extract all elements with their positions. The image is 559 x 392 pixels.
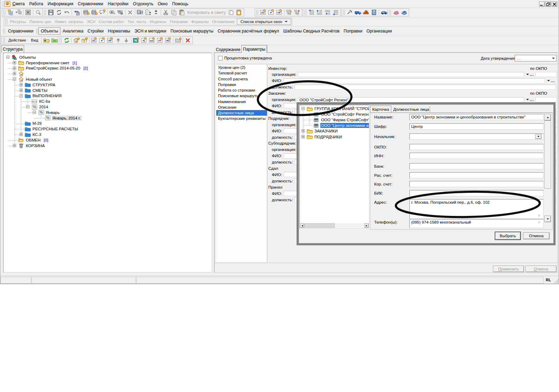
dialog-Шифр-field[interactable]: Центр bbox=[409, 123, 544, 130]
save-button[interactable] bbox=[47, 9, 55, 16]
param-category-10[interactable]: Бухгалтерские реквизиты bbox=[216, 116, 267, 121]
tree-expander-plus[interactable] bbox=[13, 72, 16, 75]
tree-item[interactable]: РЕСУРСНЫЕ РАСЧЕТЫ bbox=[25, 126, 79, 132]
tree-expander-plus[interactable] bbox=[20, 89, 23, 92]
folder-minus-button[interactable] bbox=[50, 37, 58, 44]
dialog-Банк-field[interactable] bbox=[409, 163, 544, 169]
print-gear-button[interactable] bbox=[82, 9, 90, 16]
toolbar-drag-handle[interactable] bbox=[44, 10, 46, 15]
m29-gear-button[interactable]: М29 bbox=[148, 37, 156, 44]
view-button-5[interactable]: Состав работ bbox=[97, 20, 126, 24]
dialog-Телефоны-field[interactable]: (095) 974-1589 многоканальный bbox=[409, 219, 544, 228]
tree-item[interactable]: ООО "Фирма СтройСофт" bbox=[313, 117, 369, 123]
ellipsis-button[interactable]: ... bbox=[530, 98, 534, 102]
module-tab-4[interactable]: Нормативы bbox=[106, 27, 132, 35]
clipboard-orange-button[interactable] bbox=[235, 9, 243, 16]
tab-parameters[interactable]: Параметры bbox=[241, 45, 267, 53]
param-category-6[interactable]: Поисковые маршруты bbox=[216, 93, 267, 99]
scrollbar-thumb[interactable] bbox=[544, 121, 551, 189]
menu-7[interactable]: Окно bbox=[155, 0, 170, 8]
param-category-1[interactable]: Уровни цен (2) bbox=[216, 65, 267, 70]
tree-expander-minus[interactable] bbox=[26, 105, 29, 108]
arrow-up-button[interactable] bbox=[114, 37, 122, 44]
tab-card[interactable]: Карточка bbox=[370, 106, 391, 113]
организация-field[interactable]: ООО "СтройСофт Регион" bbox=[298, 97, 524, 102]
toolbar-drag-handle[interactable] bbox=[305, 10, 306, 15]
approval-date-combo[interactable]: . . bbox=[515, 55, 557, 61]
tree-item[interactable] bbox=[18, 71, 27, 77]
module-tab-7[interactable]: Справочник расчётных формул bbox=[216, 27, 281, 35]
tree-item[interactable]: %Январь bbox=[38, 110, 60, 115]
tree-item[interactable]: КС-3 bbox=[25, 132, 42, 137]
tree-item[interactable]: Новый объект bbox=[18, 77, 53, 82]
tree-expander-plus[interactable] bbox=[13, 61, 16, 64]
ls-gear-button[interactable]: ЛС bbox=[259, 9, 267, 16]
tree-item[interactable]: ОБМЕН[0] bbox=[18, 137, 48, 143]
tree-expander-plus[interactable] bbox=[302, 129, 305, 132]
tree-insert-button[interactable] bbox=[14, 9, 22, 16]
approved-checkbox[interactable] bbox=[218, 56, 223, 60]
tree-expander-minus[interactable] bbox=[33, 111, 36, 114]
tree-item[interactable]: КС-6КС-6а bbox=[31, 99, 51, 104]
tree-structure-button[interactable] bbox=[6, 9, 14, 16]
tree-item[interactable]: СТРУКТУРА bbox=[25, 82, 56, 88]
tree-expander-plus[interactable] bbox=[20, 83, 23, 86]
tree-item[interactable]: %Январь, 2014 г. bbox=[45, 115, 82, 121]
view-button-6[interactable]: Тех. часть bbox=[126, 20, 148, 24]
horizontal-scrollbar[interactable] bbox=[300, 223, 369, 228]
param-category-5[interactable]: Работа со строками bbox=[216, 87, 267, 93]
vertical-scrollbar[interactable] bbox=[544, 114, 551, 222]
menu-8[interactable]: Помощь bbox=[170, 0, 190, 8]
undo-button[interactable] bbox=[63, 9, 71, 16]
minimize-button[interactable] bbox=[539, 1, 545, 7]
module-tab-1[interactable]: Объекты bbox=[38, 27, 61, 35]
tree-edit-button[interactable] bbox=[285, 9, 293, 16]
okpo-field[interactable] bbox=[535, 97, 557, 102]
scissors-button[interactable] bbox=[162, 9, 170, 16]
combo-dropdown-button[interactable] bbox=[535, 134, 542, 139]
hammer-button[interactable] bbox=[346, 9, 354, 16]
action-menu-1[interactable]: Действие bbox=[6, 38, 29, 42]
toolbar-drag-handle[interactable] bbox=[6, 19, 7, 24]
tree-item[interactable]: ГРУППА КОМПАНИЙ "СТРОЙ bbox=[307, 106, 369, 111]
refresh-button[interactable] bbox=[55, 9, 63, 16]
tab-contents[interactable]: Содержание bbox=[216, 46, 241, 52]
truck-button[interactable] bbox=[354, 9, 362, 16]
tree-expander-minus[interactable] bbox=[6, 56, 9, 59]
tree-item[interactable]: ООО "Центр экономики и ц bbox=[313, 123, 369, 128]
ellipsis-button[interactable]: ... bbox=[530, 73, 534, 77]
cancel-button[interactable]: Отмена bbox=[525, 266, 557, 272]
toolbar-drag-handle[interactable] bbox=[343, 10, 345, 15]
param-category-8[interactable]: Описание bbox=[216, 104, 267, 110]
r-gear-button[interactable]: Р bbox=[267, 9, 275, 16]
module-tab-6[interactable]: Поисковые маршруты bbox=[168, 27, 216, 35]
view-button-9[interactable]: Формулы bbox=[189, 20, 210, 24]
copy-button[interactable] bbox=[170, 9, 178, 16]
ФИО-field[interactable] bbox=[284, 78, 545, 84]
chevron-down-icon[interactable] bbox=[547, 80, 550, 81]
tree-item[interactable]: Переоформление смет[1] bbox=[18, 60, 77, 66]
percent-teal-button[interactable]: % bbox=[132, 37, 140, 44]
folder-up-button[interactable] bbox=[42, 37, 50, 44]
param-category-3[interactable]: Способ расчета bbox=[216, 76, 267, 82]
scroll-left-button[interactable] bbox=[300, 223, 304, 228]
paste-button[interactable] bbox=[178, 9, 186, 16]
view-button-2[interactable]: Панель цен bbox=[28, 20, 53, 24]
undo-box-button[interactable] bbox=[73, 9, 81, 16]
house-gear-button[interactable] bbox=[72, 37, 80, 44]
close-button[interactable] bbox=[552, 1, 557, 7]
excel-button[interactable] bbox=[24, 9, 32, 16]
select-button[interactable]: Выбрать bbox=[495, 232, 521, 240]
module-tab-3[interactable]: Стройки bbox=[86, 27, 106, 35]
module-tab-spravochniki[interactable]: Справочники bbox=[6, 27, 36, 35]
houses-gear-button[interactable] bbox=[80, 37, 88, 44]
menu-4[interactable]: Справочники bbox=[75, 0, 106, 8]
module-tab-5[interactable]: ЭСН и методики bbox=[132, 27, 168, 35]
dialog-БИК-field[interactable] bbox=[409, 190, 544, 196]
ls-gear-button[interactable]: ЛС bbox=[90, 37, 98, 44]
books-pink-button[interactable] bbox=[392, 9, 400, 16]
должность-field[interactable] bbox=[295, 85, 556, 90]
menu-1[interactable]: Смета bbox=[10, 0, 27, 8]
dialog-Адрес-field[interactable]: г. Москва, Погорельский пер., д.6, оф. 1… bbox=[409, 199, 544, 219]
scroll-up-button[interactable] bbox=[544, 114, 551, 121]
